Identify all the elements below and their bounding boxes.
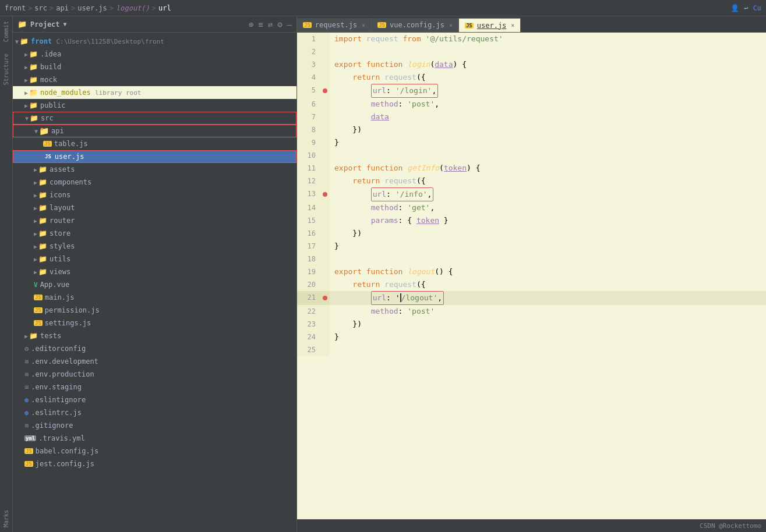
code-line-19: 19 export function logout() { — [297, 265, 766, 278]
file-tree-panel: 📁 Project ▼ ⊕ ≡ ⇄ ⚙ — ▼ 📁 front C:\Users… — [13, 16, 297, 532]
project-dropdown-arrow[interactable]: ▼ — [63, 21, 67, 27]
csdn-watermark: CSDN @Rockettomo — [700, 522, 761, 530]
sort-icon[interactable]: ⇄ — [268, 20, 273, 29]
code-line-4: 4 return request({ — [297, 71, 766, 84]
tree-app-vue[interactable]: V App.vue — [13, 278, 296, 291]
structure-label[interactable]: Structure — [3, 54, 9, 85]
code-line-18: 18 — [297, 253, 766, 265]
tree-public[interactable]: ▶ 📁 public — [13, 99, 296, 112]
tab-request-js-label: request.js — [315, 21, 357, 29]
tree-user-js[interactable]: JS user.js — [13, 150, 296, 163]
tree-editorconfig[interactable]: ⚙ .editorconfig — [13, 342, 296, 355]
breadcrumb-sep5: > — [152, 4, 156, 12]
tab-vue-config-label: vue.config.js — [390, 21, 444, 29]
tree-env-staging[interactable]: ≡ .env.staging — [13, 381, 296, 393]
tab-user-js-label: user.js — [477, 22, 507, 30]
code-line-5: 5 url: '/login', — [297, 84, 766, 98]
side-strip: Commit Structure Marks — [0, 16, 13, 532]
tab-request-js-close[interactable]: × — [362, 22, 365, 29]
file-tree-content: ▼ 📁 front C:\Users\11258\Desktop\front ▶… — [13, 33, 296, 532]
file-tree-header: 📁 Project ▼ ⊕ ≡ ⇄ ⚙ — — [13, 16, 296, 33]
breadcrumb-api[interactable]: api — [56, 4, 69, 12]
back-icon[interactable]: ↩ — [744, 4, 748, 12]
code-line-12: 12 return request({ — [297, 175, 766, 187]
tree-main-js[interactable]: JS main.js — [13, 291, 296, 304]
tab-vue-config-close[interactable]: × — [449, 22, 453, 29]
collapse-all-icon[interactable]: ≡ — [258, 20, 263, 29]
breadcrumb-sep3: > — [71, 4, 75, 12]
code-line-10: 10 — [297, 149, 766, 162]
project-title: Project — [30, 20, 60, 29]
code-line-16: 16 }) — [297, 227, 766, 240]
tab-bar: JS request.js × JS vue.config.js × JS us… — [297, 16, 766, 33]
tree-root[interactable]: ▼ 📁 front C:\Users\11258\Desktop\front — [13, 35, 296, 48]
tree-jest[interactable]: JS jest.config.js — [13, 457, 296, 470]
code-line-15: 15 params: { token } — [297, 214, 766, 227]
tree-styles[interactable]: ▶ 📁 styles — [13, 240, 296, 253]
code-line-3: 3 export function login(data) { — [297, 58, 766, 71]
code-line-2: 2 — [297, 45, 766, 58]
tree-env-dev[interactable]: ≡ .env.development — [13, 355, 296, 368]
tree-utils[interactable]: ▶ 📁 utils — [13, 253, 296, 265]
breadcrumb-sep4: > — [110, 4, 114, 12]
tree-gitignore[interactable]: ≡ .gitignore — [13, 419, 296, 432]
tree-babel[interactable]: JS babel.config.js — [13, 445, 296, 457]
tree-api[interactable]: ▼ 📁 api — [13, 125, 296, 137]
breadcrumb-logout[interactable]: logout() — [116, 4, 150, 12]
tree-views[interactable]: ▶ 📁 views — [13, 265, 296, 278]
code-line-13: 13 url: '/info', — [297, 187, 766, 201]
tab-user-js-close[interactable]: × — [511, 22, 514, 29]
code-line-11: 11 export function getInfo(token) { — [297, 162, 766, 175]
code-line-21: 21 url: '/logout', — [297, 291, 766, 305]
tree-eslintignore[interactable]: ● .eslintignore — [13, 393, 296, 406]
tree-tests[interactable]: ▶ 📁 tests — [13, 329, 296, 342]
tree-travis[interactable]: yml .travis.yml — [13, 432, 296, 445]
tree-settings-js[interactable]: JS settings.js — [13, 317, 296, 329]
code-line-6: 6 method: 'post', — [297, 98, 766, 111]
breadcrumb-userjs[interactable]: user.js — [77, 4, 107, 12]
code-area[interactable]: 1 import request from '@/utils/request' … — [297, 33, 766, 519]
tree-assets[interactable]: ▶ 📁 assets — [13, 163, 296, 176]
profile-icon[interactable]: 👤 — [730, 4, 739, 12]
breadcrumb-front[interactable]: front — [5, 4, 26, 12]
locate-icon[interactable]: ⊕ — [249, 20, 253, 29]
code-line-22: 22 method: 'post' — [297, 305, 766, 318]
breadcrumb-src[interactable]: src — [34, 4, 47, 12]
editor-panel: JS request.js × JS vue.config.js × JS us… — [297, 16, 766, 532]
code-line-9: 9 } — [297, 136, 766, 149]
code-line-24: 24 } — [297, 331, 766, 343]
tree-table-js[interactable]: JS table.js — [13, 137, 296, 150]
commit-label[interactable]: Commit — [3, 21, 9, 42]
status-bar: CSDN @Rockettomo — [297, 519, 766, 532]
project-icon: 📁 — [17, 20, 27, 29]
tree-components[interactable]: ▶ 📁 components — [13, 176, 296, 189]
tree-layout[interactable]: ▶ 📁 layout — [13, 201, 296, 214]
tree-build[interactable]: ▶ 📁 build — [13, 61, 296, 73]
close-panel-icon[interactable]: — — [287, 20, 292, 29]
tree-node-modules[interactable]: ▶ 📁 node_modules library root — [13, 86, 296, 99]
tree-icons[interactable]: ▶ 📁 icons — [13, 189, 296, 201]
code-line-20: 20 return request({ — [297, 278, 766, 291]
breadcrumb-url: url — [158, 4, 171, 12]
tree-env-prod[interactable]: ≡ .env.production — [13, 368, 296, 381]
tree-store[interactable]: ▶ 📁 store — [13, 227, 296, 240]
forward-label: Cu — [753, 4, 761, 12]
tab-user-js[interactable]: JS user.js × — [459, 18, 521, 32]
marks-label[interactable]: Marks — [3, 510, 9, 527]
code-line-1: 1 import request from '@/utils/request' — [297, 33, 766, 45]
tree-src[interactable]: ▼ 📁 src — [13, 112, 296, 125]
tab-request-js[interactable]: JS request.js × — [297, 18, 372, 32]
code-line-23: 23 }) — [297, 318, 766, 331]
tree-mock[interactable]: ▶ 📁 mock — [13, 73, 296, 86]
tab-vue-config-js[interactable]: JS vue.config.js × — [372, 18, 459, 32]
tree-router[interactable]: ▶ 📁 router — [13, 214, 296, 227]
code-line-7: 7 data — [297, 111, 766, 123]
tree-eslintrc[interactable]: ● .eslintrc.js — [13, 406, 296, 419]
code-line-25: 25 — [297, 343, 766, 356]
settings-icon[interactable]: ⚙ — [277, 20, 282, 29]
tree-permission-js[interactable]: JS permission.js — [13, 304, 296, 317]
tree-idea[interactable]: ▶ 📁 .idea — [13, 48, 296, 61]
breadcrumb-sep2: > — [50, 4, 54, 12]
code-line-17: 17 } — [297, 240, 766, 253]
code-line-14: 14 method: 'get', — [297, 201, 766, 214]
